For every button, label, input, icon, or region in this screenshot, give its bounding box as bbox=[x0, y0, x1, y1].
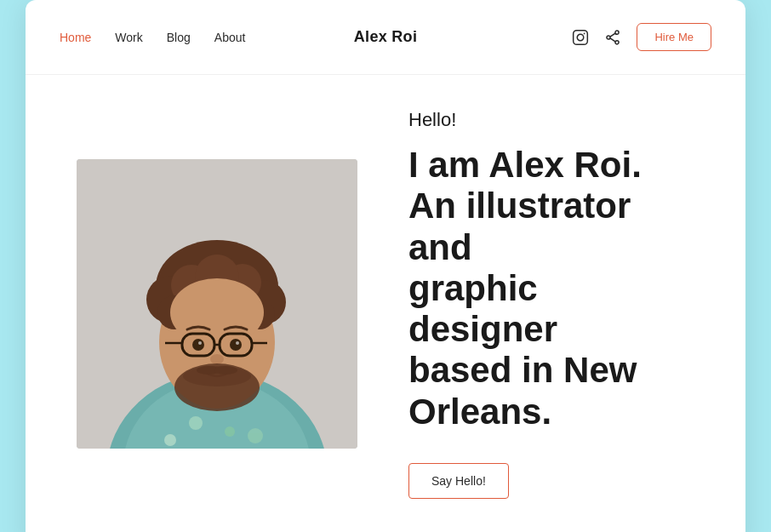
svg-point-1 bbox=[578, 34, 585, 41]
svg-line-6 bbox=[610, 33, 615, 37]
hire-me-button[interactable]: Hire Me bbox=[637, 23, 711, 51]
instagram-icon[interactable] bbox=[572, 29, 589, 46]
svg-point-2 bbox=[584, 32, 585, 34]
svg-rect-0 bbox=[574, 30, 588, 44]
hero-line4: based in New bbox=[408, 350, 637, 390]
svg-point-28 bbox=[230, 339, 242, 351]
profile-photo bbox=[77, 159, 357, 449]
svg-point-38 bbox=[164, 434, 176, 446]
nav-work-link[interactable]: Work bbox=[115, 31, 142, 44]
greeting-text: Hello! bbox=[408, 109, 694, 131]
say-hello-button[interactable]: Say Hello! bbox=[408, 463, 509, 499]
svg-point-31 bbox=[210, 354, 224, 364]
svg-point-35 bbox=[214, 366, 237, 375]
hero-line5: Orleans. bbox=[408, 392, 551, 432]
hero-heading: I am Alex Roi. An illustrator and graphi… bbox=[408, 145, 694, 432]
hero-line1: I am Alex Roi. bbox=[408, 145, 642, 185]
site-title: Alex Roi bbox=[354, 28, 417, 46]
share-icon[interactable] bbox=[604, 29, 621, 46]
browser-window: Home Work Blog About Alex Roi bbox=[26, 0, 745, 532]
svg-point-27 bbox=[192, 339, 204, 351]
svg-point-5 bbox=[615, 40, 619, 43]
svg-point-30 bbox=[236, 341, 239, 345]
svg-line-7 bbox=[610, 37, 615, 41]
nav-blog-link[interactable]: Blog bbox=[167, 31, 191, 44]
nav-left: Home Work Blog About bbox=[60, 31, 245, 44]
hero-line3: graphic designer bbox=[408, 268, 557, 349]
svg-point-29 bbox=[198, 341, 202, 345]
nav-home-link[interactable]: Home bbox=[60, 31, 91, 44]
navbar: Home Work Blog About Alex Roi bbox=[26, 0, 745, 75]
text-section: Hello! I am Alex Roi. An illustrator and… bbox=[408, 109, 694, 499]
svg-point-3 bbox=[615, 31, 619, 34]
nav-about-link[interactable]: About bbox=[214, 31, 246, 44]
svg-point-37 bbox=[225, 426, 235, 437]
nav-right: Hire Me bbox=[572, 23, 711, 51]
svg-point-36 bbox=[189, 416, 203, 430]
svg-point-39 bbox=[248, 428, 263, 443]
main-content: Hello! I am Alex Roi. An illustrator and… bbox=[26, 75, 745, 532]
hero-line2: An illustrator and bbox=[408, 186, 631, 266]
svg-point-4 bbox=[607, 35, 610, 38]
